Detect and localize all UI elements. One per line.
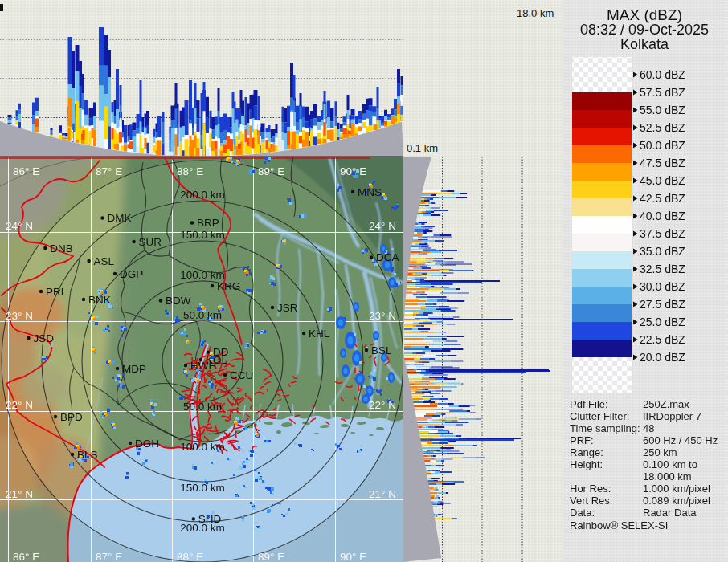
- svg-text:20.0 dBZ: 20.0 dBZ: [640, 351, 685, 364]
- svg-text:DGP: DGP: [120, 268, 143, 280]
- svg-text:0.100 km to: 0.100 km to: [643, 458, 697, 470]
- svg-text:PRF:: PRF:: [570, 434, 594, 446]
- svg-text:KRG: KRG: [217, 280, 240, 292]
- svg-text:22.5 dBZ: 22.5 dBZ: [640, 333, 685, 346]
- svg-text:42.5 dBZ: 42.5 dBZ: [640, 192, 685, 205]
- svg-text:BPD: BPD: [60, 411, 83, 423]
- svg-text:200.0 km: 200.0 km: [180, 189, 225, 201]
- svg-text:50.0 km: 50.0 km: [183, 309, 222, 321]
- svg-text:45.0 dBZ: 45.0 dBZ: [640, 174, 685, 187]
- svg-text:27.5 dBZ: 27.5 dBZ: [640, 298, 685, 311]
- svg-text:JSR: JSR: [277, 302, 298, 314]
- svg-text:600 Hz / 450 Hz: 600 Hz / 450 Hz: [643, 434, 718, 446]
- svg-text:PRL: PRL: [46, 286, 67, 298]
- svg-text:21° N: 21° N: [6, 488, 33, 500]
- svg-text:DGH: DGH: [135, 438, 159, 450]
- svg-text:35.0 dBZ: 35.0 dBZ: [640, 245, 685, 258]
- svg-text:250Z.max: 250Z.max: [643, 398, 689, 410]
- svg-text:30.0 dBZ: 30.0 dBZ: [640, 280, 685, 293]
- svg-text:57.5 dBZ: 57.5 dBZ: [640, 86, 685, 99]
- svg-text:23° N: 23° N: [369, 310, 396, 322]
- svg-text:40.0 dBZ: 40.0 dBZ: [640, 210, 685, 222]
- svg-text:52.5 dBZ: 52.5 dBZ: [640, 121, 685, 134]
- svg-text:250 km: 250 km: [643, 446, 677, 458]
- svg-text:Rainbow® SELEX-SI: Rainbow® SELEX-SI: [570, 519, 668, 531]
- svg-text:Clutter Filter:: Clutter Filter:: [570, 410, 629, 422]
- svg-text:KHL: KHL: [309, 328, 330, 340]
- svg-text:Radar Data: Radar Data: [643, 507, 697, 519]
- svg-text:DMK: DMK: [108, 212, 132, 224]
- svg-text:Vert Res:: Vert Res:: [570, 495, 612, 507]
- svg-text:86° E: 86° E: [13, 165, 39, 177]
- svg-text:MDP: MDP: [122, 363, 146, 375]
- svg-text:87° E: 87° E: [96, 165, 122, 177]
- svg-text:BRP: BRP: [197, 217, 219, 229]
- svg-text:150.0 km: 150.0 km: [180, 482, 225, 494]
- svg-text:08:32 / 09-Oct-2025: 08:32 / 09-Oct-2025: [580, 22, 709, 38]
- svg-text:32.5 dBZ: 32.5 dBZ: [640, 263, 685, 275]
- svg-text:50.0 km: 50.0 km: [183, 401, 222, 413]
- svg-text:22° N: 22° N: [6, 399, 33, 411]
- svg-text:ASL: ASL: [94, 255, 115, 267]
- svg-text:89° E: 89° E: [258, 165, 284, 177]
- svg-text:86° E: 86° E: [13, 551, 39, 562]
- svg-text:MNS: MNS: [358, 186, 382, 198]
- svg-text:Pdf File:: Pdf File:: [570, 398, 608, 410]
- svg-text:50.0 dBZ: 50.0 dBZ: [640, 139, 685, 152]
- svg-text:37.5 dBZ: 37.5 dBZ: [640, 227, 685, 240]
- svg-text:JSD: JSD: [34, 332, 55, 344]
- svg-text:150.0 km: 150.0 km: [180, 229, 225, 241]
- svg-text:24° N: 24° N: [6, 220, 33, 232]
- svg-text:BDW: BDW: [166, 295, 191, 307]
- svg-text:1.000 km/pixel: 1.000 km/pixel: [643, 483, 710, 495]
- svg-text:24° N: 24° N: [369, 220, 396, 232]
- svg-text:89° E: 89° E: [258, 551, 284, 562]
- svg-text:HWH: HWH: [190, 360, 216, 372]
- svg-text:Time sampling:: Time sampling:: [570, 422, 640, 434]
- svg-text:48: 48: [643, 422, 654, 434]
- svg-text:0.089 km/pixel: 0.089 km/pixel: [643, 495, 710, 507]
- svg-text:18.000 km: 18.000 km: [643, 470, 692, 483]
- svg-text:23° N: 23° N: [6, 310, 33, 322]
- svg-text:100.0 km: 100.0 km: [180, 441, 225, 453]
- svg-text:DNB: DNB: [50, 242, 73, 255]
- svg-text:Data:: Data:: [570, 507, 595, 519]
- svg-text:Height:: Height:: [570, 458, 603, 470]
- svg-text:MAX (dBZ): MAX (dBZ): [607, 6, 682, 23]
- svg-text:90° E: 90° E: [340, 551, 366, 562]
- svg-text:Kolkata: Kolkata: [620, 36, 669, 52]
- svg-text:25.0 dBZ: 25.0 dBZ: [640, 316, 685, 328]
- svg-text:Range:: Range:: [570, 446, 603, 458]
- svg-text:22° N: 22° N: [369, 399, 396, 411]
- svg-text:47.5 dBZ: 47.5 dBZ: [640, 157, 685, 169]
- svg-text:SUR: SUR: [139, 236, 162, 248]
- svg-text:21° N: 21° N: [369, 488, 396, 500]
- svg-text:BSL: BSL: [371, 344, 392, 356]
- svg-text:Hor Res:: Hor Res:: [570, 483, 611, 495]
- svg-text:90° E: 90° E: [340, 165, 366, 177]
- svg-text:0.1 km: 0.1 km: [407, 142, 438, 154]
- svg-text:SHD: SHD: [198, 513, 222, 525]
- svg-text:BNK: BNK: [88, 294, 111, 306]
- svg-text:88° E: 88° E: [177, 551, 203, 562]
- svg-text:87° E: 87° E: [96, 551, 122, 562]
- svg-text:88° E: 88° E: [177, 165, 203, 177]
- svg-text:DCA: DCA: [376, 251, 399, 263]
- svg-text:BLS: BLS: [77, 449, 98, 461]
- svg-text:60.0 dBZ: 60.0 dBZ: [640, 68, 685, 81]
- svg-text:55.0 dBZ: 55.0 dBZ: [640, 104, 685, 116]
- svg-text:18.0 km: 18.0 km: [517, 7, 554, 19]
- svg-text:CCU: CCU: [230, 369, 253, 381]
- svg-text:IIRDoppler 7: IIRDoppler 7: [643, 410, 701, 422]
